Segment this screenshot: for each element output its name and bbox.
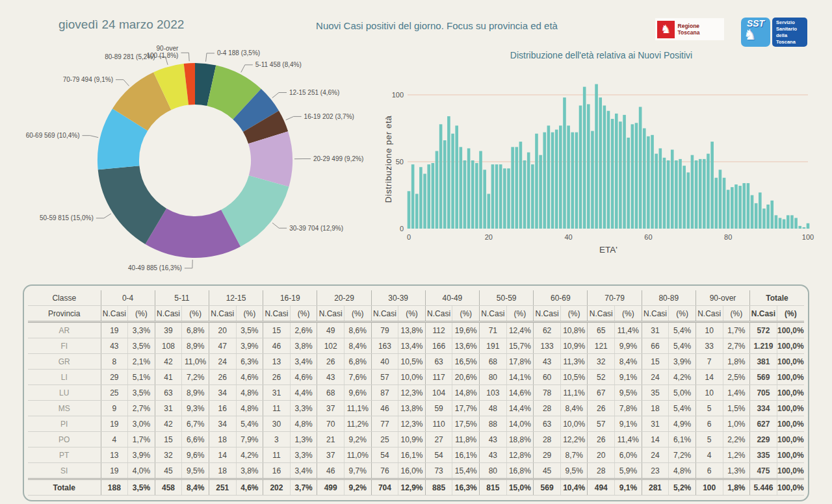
- table-cell: 5: [696, 401, 723, 416]
- table-cell: 8,7%: [560, 447, 588, 463]
- age-bar-98: [798, 226, 801, 229]
- table-cell: 188: [101, 479, 128, 496]
- table-cell: 34: [209, 385, 236, 401]
- table-cell: 5,2%: [669, 479, 696, 496]
- age-bar-22: [495, 164, 499, 229]
- table-cell: 100,0%: [777, 447, 804, 463]
- table-cell: 569: [750, 370, 777, 385]
- regione-toscana-emblem: ♞: [657, 21, 675, 38]
- age-bar-82: [734, 184, 738, 229]
- table-cell: 10,8%: [560, 322, 588, 338]
- table-cell: 335: [750, 447, 777, 463]
- subheader-ncasi: N.Casi: [750, 306, 777, 322]
- row-label: PT: [28, 447, 101, 463]
- table-row-MS: MS92,7%319,3%164,8%113,3%3711,1%4613,8%5…: [28, 401, 804, 416]
- table-cell: 76: [371, 463, 398, 479]
- table-cell: 499: [317, 479, 344, 496]
- subheader-pct: (%): [344, 306, 371, 322]
- table-cell: 33: [696, 338, 723, 354]
- age-bar-84: [742, 183, 746, 229]
- table-cell: 15,7%: [506, 338, 534, 354]
- label-leader-line: [82, 136, 98, 138]
- age-bar-24: [503, 168, 506, 229]
- table-cell: 4,2%: [236, 447, 263, 463]
- age-bar-4: [423, 174, 426, 229]
- table-cell: 100,0%: [777, 354, 804, 370]
- column-header-30-39: 30-39: [371, 290, 425, 306]
- table-cell: 121: [588, 338, 615, 354]
- age-bar-45: [587, 104, 590, 229]
- age-bar-44: [583, 87, 586, 229]
- table-cell: 815: [480, 479, 507, 496]
- table-cell: 2,5%: [723, 370, 750, 385]
- table-cell: 3,5%: [236, 322, 263, 338]
- row-label: SI: [28, 463, 101, 479]
- age-donut-chart: 0-4 188 (3,5%)5-11 458 (8,4%)12-15 251 (…: [20, 32, 410, 292]
- table-cell: 80: [480, 463, 507, 479]
- table-row-GR: GR82,1%4211,0%246,3%133,4%266,8%4010,5%6…: [28, 354, 804, 370]
- table-cell: 9,2%: [344, 432, 371, 447]
- table-cell: 11,1%: [344, 401, 371, 416]
- subheader-ncasi: N.Casi: [101, 306, 128, 322]
- table-cell: 68: [480, 354, 507, 370]
- age-bar-87: [755, 203, 758, 229]
- table-cell: 41: [155, 370, 182, 385]
- table-cell: 251: [209, 479, 236, 496]
- age-bar-9: [443, 140, 447, 229]
- table-cell: 2,7%: [128, 401, 155, 416]
- table-cell: 18,8%: [506, 432, 534, 447]
- age-bar-88: [759, 192, 762, 229]
- table-cell: 70: [317, 416, 344, 432]
- province-age-table: Classe0-45-1112-1516-1920-2930-3940-4950…: [28, 290, 804, 496]
- row-label: FI: [28, 338, 101, 354]
- table-cell: 100,0%: [777, 385, 804, 401]
- table-cell: 100,0%: [777, 416, 804, 432]
- table-cell: 31: [263, 385, 291, 401]
- table-cell: 11: [263, 447, 291, 463]
- age-bar-79: [723, 178, 726, 229]
- table-cell: 4,2%: [669, 370, 696, 385]
- subheader-ncasi: N.Casi: [317, 306, 344, 322]
- subheader-ncasi: N.Casi: [425, 306, 452, 322]
- subheader-pct: (%): [669, 306, 696, 322]
- column-header-provincia: Provincia: [28, 306, 101, 322]
- table-cell: 19: [101, 463, 128, 479]
- age-bar-43: [579, 105, 582, 229]
- table-cell: 19: [101, 416, 128, 432]
- age-bar-65: [667, 160, 670, 229]
- row-label: MS: [28, 401, 101, 416]
- table-cell: 28: [534, 432, 561, 447]
- table-cell: 31: [642, 416, 669, 432]
- table-cell: 43: [317, 370, 344, 385]
- table-cell: 23: [642, 463, 669, 479]
- table-cell: 17,7%: [452, 401, 480, 416]
- table-cell: 5,1%: [128, 370, 155, 385]
- table-cell: 108: [155, 338, 182, 354]
- table-cell: 10: [696, 322, 723, 338]
- table-cell: 26: [209, 370, 236, 385]
- table-cell: 14: [642, 432, 669, 447]
- sst-label-line: Servizio: [776, 19, 807, 26]
- table-cell: 9: [101, 401, 128, 416]
- table-cell: 569: [534, 479, 561, 496]
- table-cell: 11,8%: [452, 432, 480, 447]
- table-cell: 43: [101, 338, 128, 354]
- table-cell: 18: [209, 432, 236, 447]
- age-bar-36: [551, 132, 554, 229]
- table-cell: 1,5%: [723, 401, 750, 416]
- age-bar-53: [619, 121, 622, 229]
- table-cell: 31: [642, 322, 669, 338]
- table-cell: 24: [642, 447, 669, 463]
- table-cell: 5,4%: [669, 401, 696, 416]
- subheader-ncasi: N.Casi: [371, 306, 398, 322]
- table-cell: 229: [750, 432, 777, 447]
- age-bar-51: [611, 119, 614, 229]
- table-cell: 112: [425, 322, 452, 338]
- age-bar-16: [471, 160, 474, 229]
- table-cell: 10,5%: [560, 370, 588, 385]
- table-cell: 9,5%: [615, 385, 642, 401]
- table-cell: 5: [696, 432, 723, 447]
- table-cell: 8,9%: [182, 385, 209, 401]
- table-cell: 13,6%: [452, 338, 480, 354]
- label-leader-line: [286, 116, 302, 120]
